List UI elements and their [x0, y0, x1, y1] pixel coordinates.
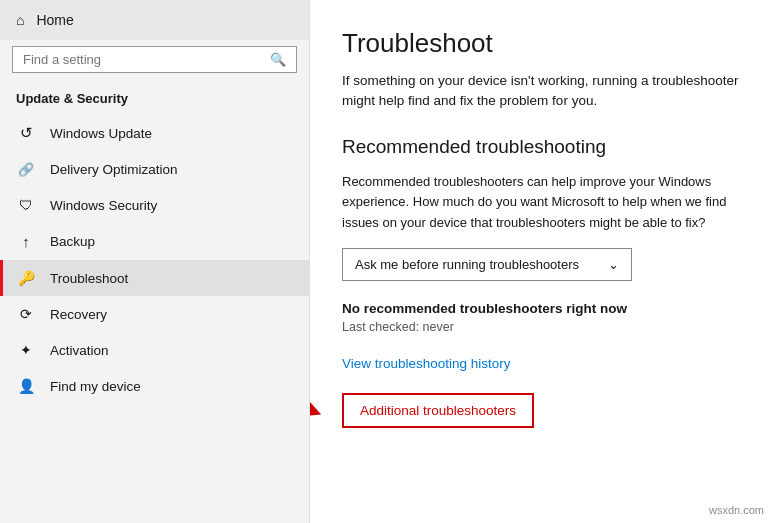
search-box[interactable]: 🔍	[12, 46, 297, 73]
troubleshooter-dropdown[interactable]: Ask me before running troubleshooters ⌄	[342, 248, 632, 281]
sidebar-item-activation[interactable]: ✦ Activation	[0, 332, 309, 368]
recovery-icon: ⟳	[16, 306, 36, 322]
sidebar-item-label: Activation	[50, 343, 109, 358]
sidebar-item-label: Find my device	[50, 379, 141, 394]
sidebar-item-home[interactable]: ⌂ Home	[0, 0, 309, 40]
additional-troubleshooters-button[interactable]: Additional troubleshooters	[342, 393, 534, 428]
backup-icon: ↑	[16, 233, 36, 250]
sidebar-item-label: Windows Security	[50, 198, 157, 213]
sidebar-item-backup[interactable]: ↑ Backup	[0, 223, 309, 260]
sidebar-item-label: Troubleshoot	[50, 271, 128, 286]
search-input[interactable]	[23, 52, 262, 67]
watermark: wsxdn.com	[706, 503, 767, 517]
windows-update-icon: ↺	[16, 124, 36, 142]
search-icon: 🔍	[270, 52, 286, 67]
sidebar-item-label: Delivery Optimization	[50, 162, 178, 177]
dropdown-label: Ask me before running troubleshooters	[355, 257, 579, 272]
home-label: Home	[36, 12, 73, 28]
home-icon: ⌂	[16, 12, 24, 28]
sidebar-item-windows-update[interactable]: ↺ Windows Update	[0, 114, 309, 152]
sidebar-item-recovery[interactable]: ⟳ Recovery	[0, 296, 309, 332]
sidebar-item-windows-security[interactable]: 🛡 Windows Security	[0, 187, 309, 223]
sidebar-item-label: Windows Update	[50, 126, 152, 141]
find-my-device-icon: 👤	[16, 378, 36, 394]
page-title: Troubleshoot	[342, 28, 743, 59]
sidebar-item-delivery-optimization[interactable]: 🔗 Delivery Optimization	[0, 152, 309, 187]
last-checked-label: Last checked: never	[342, 320, 743, 334]
additional-troubleshooters-container: Additional troubleshooters	[342, 393, 534, 428]
view-history-link[interactable]: View troubleshooting history	[342, 356, 743, 371]
activation-icon: ✦	[16, 342, 36, 358]
sidebar-item-find-my-device[interactable]: 👤 Find my device	[0, 368, 309, 404]
sidebar-item-label: Backup	[50, 234, 95, 249]
no-troubleshooters-label: No recommended troubleshooters right now	[342, 301, 743, 316]
windows-security-icon: 🛡	[16, 197, 36, 213]
sidebar-item-troubleshoot[interactable]: 🔑 Troubleshoot	[0, 260, 309, 296]
recommended-heading: Recommended troubleshooting	[342, 136, 743, 158]
troubleshoot-icon: 🔑	[16, 270, 36, 286]
sidebar: ⌂ Home 🔍 Update & Security ↺ Windows Upd…	[0, 0, 310, 523]
sidebar-section-title: Update & Security	[0, 85, 309, 114]
delivery-optimization-icon: 🔗	[16, 162, 36, 177]
page-subtitle: If something on your device isn't workin…	[342, 71, 743, 112]
main-content: Troubleshoot If something on your device…	[310, 0, 775, 523]
chevron-down-icon: ⌄	[608, 257, 619, 272]
recommended-description: Recommended troubleshooters can help imp…	[342, 172, 743, 234]
sidebar-item-label: Recovery	[50, 307, 107, 322]
